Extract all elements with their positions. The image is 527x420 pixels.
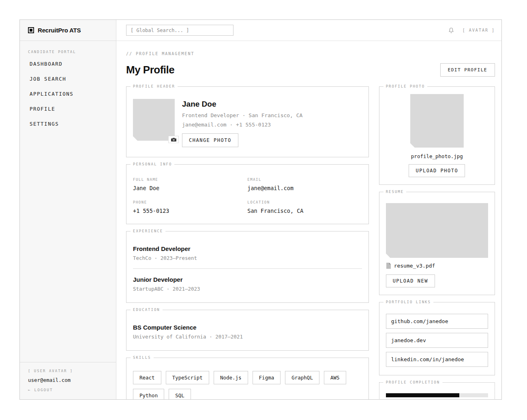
portfolio-link-github[interactable]: github.com/janedoe: [386, 314, 488, 329]
profile-photo-card: PROFILE PHOTO profile_photo.jpg UPLOAD P…: [379, 86, 495, 185]
card-legend: PROFILE PHOTO: [383, 84, 427, 88]
topbar-avatar[interactable]: [ AVATAR ]: [463, 28, 495, 32]
field-label: EMAIL: [247, 178, 362, 182]
experience-entry: Frontend Developer TechCo · 2023–Present: [133, 245, 362, 261]
sidebar-item-job-search[interactable]: JOB SEARCH: [20, 71, 116, 86]
topbar: [ AVATAR ]: [116, 20, 501, 41]
skill-chip: Python: [133, 389, 164, 399]
field-phone: PHONE +1 555-0123: [133, 200, 247, 214]
education-meta: University of California · 2017–2021: [133, 334, 362, 340]
field-location: LOCATION San Francisco, CA: [247, 200, 362, 214]
logo-text: RecruitPro ATS: [38, 27, 81, 34]
sidebar-footer: [ USER AVATAR ] user@email.com ← LOGOUT: [20, 362, 116, 399]
experience-meta: StartupABC · 2021–2023: [133, 286, 362, 292]
sidebar-item-profile[interactable]: PROFILE: [20, 101, 116, 116]
education-card: EDUCATION BS Computer Science University…: [126, 310, 369, 351]
portfolio-links-card: PORTFOLIO LINKS github.com/janedoe janed…: [379, 302, 495, 375]
profile-photo-placeholder: [410, 94, 464, 148]
card-legend: PROFILE HEADER: [131, 84, 178, 88]
progress-fill: [386, 393, 460, 397]
candidate-name: Jane Doe: [182, 100, 302, 109]
progress-track: [386, 393, 488, 397]
sidebar-nav: DASHBOARD JOB SEARCH APPLICATIONS PROFIL…: [20, 56, 116, 131]
edit-profile-button[interactable]: EDIT PROFILE: [440, 63, 495, 77]
file-icon: [386, 263, 391, 269]
card-legend: SKILLS: [131, 356, 154, 360]
profile-header-card: PROFILE HEADER: [126, 86, 369, 157]
field-email: EMAIL jane@email.com: [247, 178, 362, 191]
field-value: Jane Doe: [133, 185, 247, 191]
resume-preview-placeholder: [386, 203, 488, 258]
app-logo: RecruitPro ATS: [20, 20, 116, 41]
sidebar-section-label: CANDIDATE PORTAL: [20, 41, 116, 56]
field-value: jane@email.com: [247, 185, 362, 191]
page-title: My Profile: [126, 64, 174, 76]
skill-chip: TypeScript: [166, 371, 209, 384]
experience-meta: TechCo · 2023–Present: [133, 255, 362, 261]
user-email: user@email.com: [28, 377, 116, 383]
portfolio-link-linkedin[interactable]: linkedin.com/in/janedoe: [386, 352, 488, 367]
field-value: +1 555-0123: [133, 208, 247, 214]
card-legend: RESUME: [383, 190, 407, 194]
skill-chip: Node.js: [214, 371, 248, 384]
education-entry: BS Computer Science University of Califo…: [133, 324, 362, 340]
resume-filename: resume_v3.pdf: [394, 263, 435, 269]
candidate-contact: jane@email.com · +1 555-0123: [182, 122, 302, 128]
field-label: FULL NAME: [133, 178, 247, 182]
upload-new-button[interactable]: UPLOAD NEW: [386, 274, 435, 287]
skill-chip: GraphQL: [285, 371, 319, 384]
camera-badge[interactable]: [168, 136, 179, 143]
field-value: San Francisco, CA: [247, 208, 362, 214]
sidebar-item-applications[interactable]: APPLICATIONS: [20, 86, 116, 101]
experience-title: Junior Developer: [133, 276, 362, 283]
personal-info-card: PERSONAL INFO FULL NAME Jane Doe EMAIL j…: [126, 164, 369, 224]
card-legend: EXPERIENCE: [131, 229, 165, 233]
card-legend: PORTFOLIO LINKS: [383, 300, 433, 304]
user-avatar-placeholder: [ USER AVATAR ]: [28, 369, 116, 373]
card-legend: PERSONAL INFO: [131, 162, 174, 166]
skills-card: SKILLS React TypeScript Node.js Figma Gr…: [126, 358, 369, 399]
upload-photo-button[interactable]: UPLOAD PHOTO: [409, 164, 465, 177]
app-frame: RecruitPro ATS [ AVATAR ] CANDIDATE PORT…: [19, 19, 502, 400]
field-label: LOCATION: [247, 200, 362, 204]
profile-completion-card: PROFILE COMPLETION 72% COMPLETE — ADD CE…: [379, 382, 495, 399]
logout-button[interactable]: ← LOGOUT: [28, 388, 116, 392]
sidebar-item-settings[interactable]: SETTINGS: [20, 116, 116, 131]
skill-chip: React: [133, 371, 161, 384]
bell-icon[interactable]: [448, 27, 454, 34]
main-content: // PROFILE MANAGEMENT My Profile EDIT PR…: [116, 41, 501, 399]
field-full-name: FULL NAME Jane Doe: [133, 178, 247, 191]
sidebar: CANDIDATE PORTAL DASHBOARD JOB SEARCH AP…: [20, 41, 116, 399]
skill-chip: SQL: [169, 389, 191, 399]
portfolio-link-website[interactable]: janedoe.dev: [386, 333, 488, 348]
global-search-input[interactable]: [126, 25, 234, 36]
experience-card: EXPERIENCE Frontend Developer TechCo · 2…: [126, 231, 369, 303]
experience-title: Frontend Developer: [133, 245, 362, 252]
skill-chip: Figma: [253, 371, 281, 384]
camera-icon: [171, 138, 176, 141]
profile-avatar-placeholder: [133, 99, 175, 141]
breadcrumb: // PROFILE MANAGEMENT: [126, 51, 495, 56]
card-legend: PROFILE COMPLETION: [383, 380, 443, 384]
divider: [133, 268, 362, 269]
change-photo-button[interactable]: CHANGE PHOTO: [182, 133, 238, 147]
skill-chip: AWS: [324, 371, 346, 384]
card-legend: EDUCATION: [131, 308, 163, 312]
education-title: BS Computer Science: [133, 324, 362, 331]
resume-card: RESUME resume_v3.pdf UPLOAD NEW: [379, 192, 495, 295]
photo-filename: profile_photo.jpg: [411, 153, 463, 159]
candidate-role-location: Frontend Developer · San Francisco, CA: [182, 112, 302, 118]
sidebar-item-dashboard[interactable]: DASHBOARD: [20, 56, 116, 71]
logo-icon: [28, 27, 34, 33]
experience-entry: Junior Developer StartupABC · 2021–2023: [133, 276, 362, 292]
field-label: PHONE: [133, 200, 247, 204]
